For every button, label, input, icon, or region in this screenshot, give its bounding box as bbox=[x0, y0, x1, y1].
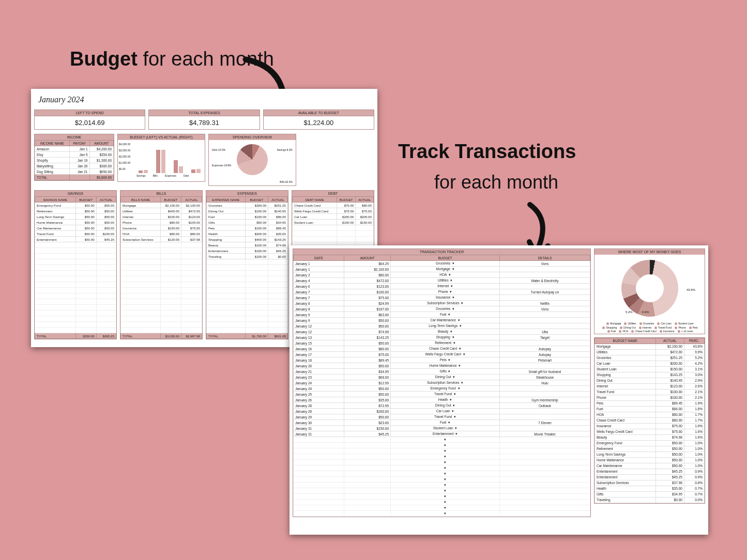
table-row[interactable]: January 16$80.00Chase Credit Card ▾Autop… bbox=[294, 346, 590, 352]
kpi-card: LEFT TO SPEND$2,014.69 bbox=[34, 110, 145, 130]
table-row[interactable]: January 26$35.00Health ▾Gym membership bbox=[294, 397, 590, 403]
table-row[interactable]: Dining Out$140.952.9% bbox=[595, 378, 705, 383]
table-row[interactable]: Retirement$50.001.0% bbox=[595, 446, 705, 452]
table-row[interactable]: Beauty$74.981.6% bbox=[595, 434, 705, 440]
table-row[interactable]: Dining Out$150.00$140.95 bbox=[207, 208, 288, 214]
table-row[interactable]: Chase Credit Card$80.001.7% bbox=[595, 417, 705, 423]
table-row[interactable]: Chase Credit Card$75.00$80.00 bbox=[293, 203, 374, 208]
table-row[interactable]: January 21$34.95Gifts ▾Small gift for hu… bbox=[294, 369, 590, 375]
table-row[interactable]: Mortgage$2,100.00$2,100.00 bbox=[121, 203, 202, 208]
table-row[interactable]: Mortgage$2,100.0043.8% bbox=[595, 344, 705, 349]
table-row[interactable]: Entertainment$45.250.9% bbox=[595, 469, 705, 474]
table-row[interactable]: Gifts$34.950.7% bbox=[595, 491, 705, 497]
bills-table[interactable]: BILLS NAMEBUDGETACTUALMortgage$2,100.00$… bbox=[120, 196, 202, 339]
table-row[interactable]: ShopifyJan 19$1,300.00 bbox=[35, 158, 114, 163]
table-row[interactable]: January 15$50.00Retirement ▾ bbox=[294, 340, 590, 346]
table-row[interactable]: January 1$2,100.00Mortgage ▾ bbox=[294, 267, 590, 272]
table-row[interactable]: January 8$187.00Groceries ▾Vons bbox=[294, 306, 590, 312]
table-row[interactable]: Long-Term Savings$50.001.0% bbox=[595, 452, 705, 457]
table-row[interactable]: Health$200.00$35.00 bbox=[207, 231, 288, 237]
table-row[interactable]: January 12$50.00Long-Term Savings ▾ bbox=[294, 323, 590, 329]
table-row[interactable]: January 7$100.00Phone ▾Turned Autopay on bbox=[294, 289, 590, 295]
table-row[interactable]: Pets$150.00$89.45 bbox=[207, 225, 288, 231]
table-row[interactable]: Pets$89.451.9% bbox=[595, 400, 705, 406]
table-row[interactable]: Beauty$100.00$74.98 bbox=[207, 242, 288, 248]
table-row[interactable]: January 28$200.00Car Loan ▾ bbox=[294, 409, 590, 414]
table-row[interactable]: Internet$100.00$123.00 bbox=[121, 214, 202, 220]
table-row[interactable]: January 6$123.00Internet ▾ bbox=[294, 284, 590, 289]
table-row[interactable]: Dog SittingJan 21$650.00 bbox=[35, 169, 114, 175]
table-row[interactable]: January 30$23.00Fuel ▾7 Eleven bbox=[294, 420, 590, 426]
table-row[interactable]: Fuel$100.00$86.00 bbox=[207, 214, 288, 220]
table-row[interactable]: Emergency Fund$50.001.0% bbox=[595, 440, 705, 446]
table-row[interactable]: Gifts$50.00$34.95 bbox=[207, 220, 288, 225]
table-row[interactable]: January 7$75.00Insurance ▾ bbox=[294, 295, 590, 301]
table-row[interactable]: BabysittingJan 20$300.00 bbox=[35, 163, 114, 169]
table-row[interactable]: Entertainment$50.00$45.25 bbox=[35, 237, 116, 242]
expenses-table[interactable]: EXPENSES NAMEBUDGETACTUALGroceries$300.0… bbox=[206, 196, 288, 339]
table-row[interactable]: EtsyJan 5$354.00 bbox=[35, 152, 114, 158]
table-row[interactable]: Insurance$75.001.6% bbox=[595, 423, 705, 429]
table-row[interactable]: Fuel$86.001.8% bbox=[595, 406, 705, 412]
table-row[interactable]: Utilities$472.009.9% bbox=[595, 349, 705, 355]
table-row[interactable]: January 12$74.98Beauty ▾Ulta bbox=[294, 329, 590, 335]
table-row[interactable]: Shopping$143.253.0% bbox=[595, 372, 705, 378]
table-row[interactable]: HOA$80.001.7% bbox=[595, 412, 705, 417]
table-row[interactable]: Entertainment$150.00$45.25 bbox=[207, 248, 288, 254]
table-row[interactable]: Internet$123.002.6% bbox=[595, 383, 705, 389]
table-row[interactable]: January 13$143.25Shopping ▾Target bbox=[294, 335, 590, 340]
table-row[interactable]: Student Loan$150.00$150.00 bbox=[293, 220, 374, 225]
table-row[interactable]: Entertainment$45.250.9% bbox=[595, 474, 705, 480]
table-row[interactable]: January 24$50.00Emergency Fund ▾ bbox=[294, 386, 590, 392]
summary-table[interactable]: BUDGET NAMEACTUALPERC.Mortgage$2,100.004… bbox=[594, 338, 705, 503]
table-row[interactable]: January 9$63.00Fuel ▾ bbox=[294, 312, 590, 318]
table-row[interactable]: January 29$50.00Travel Fund ▾ bbox=[294, 414, 590, 420]
table-row[interactable]: January 25$50.00Travel Fund ▾ bbox=[294, 392, 590, 397]
table-row[interactable]: Student Loan$150.003.1% bbox=[595, 366, 705, 372]
table-row[interactable]: January 4$472.00Utilities ▾Water & Elect… bbox=[294, 278, 590, 284]
table-row[interactable]: Groceries$251.255.2% bbox=[595, 355, 705, 361]
table-row[interactable]: Phone$80.00$100.00 bbox=[121, 220, 202, 225]
table-row[interactable]: Emergency Fund$50.00$50.00 bbox=[35, 203, 116, 208]
table-row[interactable]: Car Maintenance$50.00$50.00 bbox=[35, 225, 116, 231]
table-row[interactable]: Phone$100.002.1% bbox=[595, 395, 705, 400]
table-row[interactable]: January 31$150.00Student Loan ▾ bbox=[294, 426, 590, 431]
table-row[interactable]: January 28$72.95Dining Out ▾Outback bbox=[294, 403, 590, 409]
table-row[interactable]: January 1$64.25Groceries ▾Vons bbox=[294, 261, 590, 267]
table-row[interactable]: January 17$75.00Wells Fargo Credit Card … bbox=[294, 352, 590, 357]
table-row[interactable]: Wells Fargo Credit Card$75.00$75.00 bbox=[293, 208, 374, 214]
table-row[interactable]: Car Loan$200.004.2% bbox=[595, 361, 705, 366]
table-row[interactable]: Home Maitenance$50.00$50.00 bbox=[35, 220, 116, 225]
income-table[interactable]: INCOME NAMEPAYDAYAMOUNTAmazonJan 1$4,200… bbox=[35, 140, 114, 180]
table-row[interactable]: Health$35.000.7% bbox=[595, 486, 705, 491]
tracker-table[interactable]: DATEAMOUNTBUDGETDETAILSJanuary 1$64.25Gr… bbox=[293, 255, 590, 517]
table-row[interactable]: Car Maintenance$50.001.0% bbox=[595, 463, 705, 469]
table-row[interactable]: Retirement$50.00$50.00 bbox=[35, 208, 116, 214]
table-row[interactable]: January 24$12.99Subscription Services ▾H… bbox=[294, 380, 590, 386]
table-row[interactable]: Groceries$300.00$251.25 bbox=[207, 203, 288, 208]
table-row[interactable]: Insurance$150.00$75.00 bbox=[121, 225, 202, 231]
table-row[interactable]: Wells Fargo Credit Card$75.001.6% bbox=[595, 429, 705, 434]
table-row[interactable]: HOA$80.00$80.00 bbox=[121, 231, 202, 237]
table-row[interactable]: Subscription Services$120.00$37.98 bbox=[121, 237, 202, 242]
table-row[interactable]: January 23$68.00Dining Out ▾Steakhouse bbox=[294, 375, 590, 380]
table-row[interactable]: January 2$80.00HOA ▾ bbox=[294, 272, 590, 278]
table-row[interactable]: Traveling$100.00$0.00 bbox=[207, 254, 288, 259]
table-row[interactable]: January 8$24.99Subscription Services ▾Ne… bbox=[294, 301, 590, 306]
table-row[interactable]: January 9$50.00Car Maintenance ▾ bbox=[294, 318, 590, 323]
table-row[interactable]: AmazonJan 1$4,200.00 bbox=[35, 146, 114, 152]
table-row[interactable]: Home Maitenance$50.001.0% bbox=[595, 457, 705, 463]
table-row[interactable]: January 31$45.25Entertainment ▾Movie The… bbox=[294, 431, 590, 437]
table-row[interactable]: January 18$89.45Pets ▾Petsmart bbox=[294, 357, 590, 363]
savings-table[interactable]: SAVINGS NAMEBUDGETACTUALEmergency Fund$5… bbox=[35, 196, 116, 339]
table-row[interactable]: Travel Fund$100.002.1% bbox=[595, 389, 705, 395]
table-row[interactable]: Utilities$400.00$472.00 bbox=[121, 208, 202, 214]
table-row[interactable]: January 20$50.00Home Maitenance ▾ bbox=[294, 363, 590, 369]
table-row[interactable]: Shopping$400.00$143.25 bbox=[207, 237, 288, 242]
table-row[interactable]: Traveling$0.000.0% bbox=[595, 497, 705, 503]
table-row[interactable]: Car Loan$200.00$200.00 bbox=[293, 214, 374, 220]
month-title: January 2024 bbox=[34, 92, 374, 107]
table-row[interactable]: Travel Fund$50.00$100.00 bbox=[35, 231, 116, 237]
table-row[interactable]: Long-Term Savings$50.00$50.00 bbox=[35, 214, 116, 220]
table-row[interactable]: Subscription Services$37.980.8% bbox=[595, 480, 705, 486]
